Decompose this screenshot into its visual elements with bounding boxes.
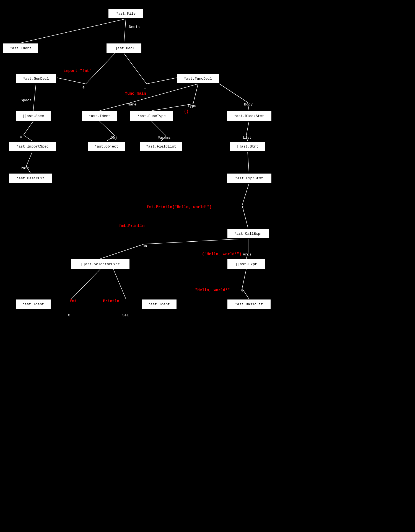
svg-line-24 xyxy=(242,184,249,205)
node-astObject: *ast.Object xyxy=(87,141,126,152)
svg-line-31 xyxy=(113,269,126,299)
node-astBlockStmt: *ast.BlockStmt xyxy=(226,111,272,121)
node-astFieldList: *ast.FieldList xyxy=(140,141,183,152)
label-specs_label: Specs xyxy=(21,98,32,102)
svg-line-9 xyxy=(193,84,198,104)
node-astFuncType: *ast.FuncType xyxy=(129,111,174,121)
label-red-fmt_println_label: fmt.Println xyxy=(119,224,144,228)
svg-line-8 xyxy=(100,102,131,111)
label-x_label1: X xyxy=(242,205,244,210)
svg-line-0 xyxy=(21,19,126,43)
label-red-paren_label: () xyxy=(184,109,189,114)
node-astIdent1: *ast.Ident xyxy=(3,43,39,53)
svg-line-1 xyxy=(124,19,126,43)
label-name_label: Name xyxy=(128,102,136,107)
node-astExpr: []ast.Expr xyxy=(227,259,266,269)
svg-line-21 xyxy=(26,152,32,166)
node-astSpec: []ast.Spec xyxy=(15,111,51,121)
label-body_label: Body xyxy=(244,102,253,107)
label-list_label: List xyxy=(243,136,251,140)
label-red-hello_world_paren_label: ("Hello, world!") xyxy=(202,252,242,256)
label-sel_label: Sel xyxy=(122,313,129,317)
svg-line-30 xyxy=(71,269,100,299)
label-params_label: Params xyxy=(158,136,171,140)
svg-line-14 xyxy=(24,135,32,141)
svg-line-23 xyxy=(248,152,249,173)
label-idx0c: 0 xyxy=(241,288,243,293)
label-red-import_fmt_label: import "fmt" xyxy=(64,69,92,73)
svg-line-13 xyxy=(24,121,33,135)
svg-line-15 xyxy=(100,121,115,136)
node-astIdent3: *ast.Ident xyxy=(15,299,51,309)
label-red-fmt_label: fmt xyxy=(70,299,77,303)
svg-line-4 xyxy=(124,53,147,84)
label-type_label: Type xyxy=(188,104,196,108)
label-fun_label: Fun xyxy=(141,244,147,248)
svg-line-19 xyxy=(246,121,249,136)
svg-line-11 xyxy=(219,84,248,102)
node-astSelectorExpr: []ast.SelectorExpr xyxy=(71,259,130,269)
node-astGenDecl: *ast.GenDecl xyxy=(15,73,57,84)
label-x_label2: X xyxy=(68,313,70,317)
node-astImportSpec: *ast.ImportSpec xyxy=(8,141,57,152)
ast-diagram: *ast.FileDecls*ast.Ident[]ast.Declimport… xyxy=(0,0,415,532)
label-red-println_label: Println xyxy=(103,299,119,303)
node-astBasicLit1: *ast.BasicLit xyxy=(8,173,53,184)
node-astIdent4: *ast.Ident xyxy=(141,299,177,309)
label-idx0b: 0 xyxy=(20,135,22,139)
label-decls_label: Decls xyxy=(129,25,140,29)
svg-line-26 xyxy=(144,239,241,244)
svg-line-6 xyxy=(33,84,36,111)
node-astExprStmt: *ast.ExprStmt xyxy=(226,173,272,184)
label-red-fmt_println_hello_label: fmt.Println("Hello, world!") xyxy=(147,205,212,209)
label-idx0a: 0 xyxy=(82,86,85,90)
node-astFile: *ast.File xyxy=(108,8,144,19)
svg-line-27 xyxy=(100,244,144,259)
node-astIdent2: *ast.Ident xyxy=(82,111,118,121)
node-astStmt: []ast.Stmt xyxy=(230,141,266,152)
svg-line-17 xyxy=(152,121,166,136)
label-obj_label: Obj xyxy=(111,136,117,140)
node-astCallExpr: *ast.CallExpr xyxy=(227,228,270,239)
label-args_label: Args xyxy=(243,252,251,257)
label-red-func_main_label: func main xyxy=(125,91,146,96)
label-path_label: Path xyxy=(21,166,29,170)
svg-line-32 xyxy=(242,269,246,288)
label-idx1a: 1 xyxy=(144,86,146,90)
node-astDecl: []ast.Decl xyxy=(106,43,142,53)
node-astBasicLit2: *ast.BasicLit xyxy=(227,299,271,309)
label-red-hello_world_str_label: "Hello, world!" xyxy=(195,288,230,292)
node-astFuncDecl: *ast.FuncDecl xyxy=(177,73,219,84)
